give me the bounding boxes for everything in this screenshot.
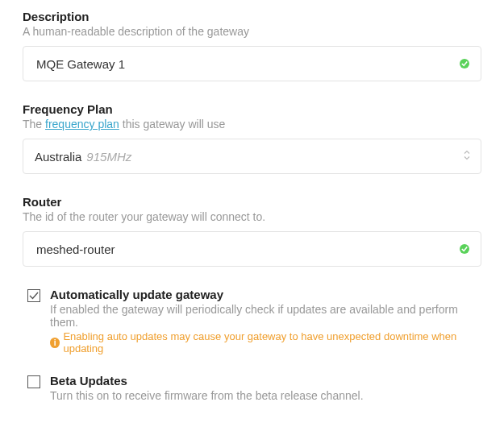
frequency-plan-help: The frequency plan this gateway will use: [23, 118, 481, 131]
router-help: The id of the router your gateway will c…: [23, 210, 481, 223]
beta-updates-label: Beta Updates: [50, 374, 481, 388]
description-input-wrap: [23, 46, 481, 81]
frequency-plan-select[interactable]: Australia 915MHz: [23, 139, 481, 174]
help-text-suffix: this gateway will use: [119, 118, 226, 131]
description-label: Description: [23, 10, 481, 23]
warning-text: Enabling auto updates may cause your gat…: [63, 330, 481, 354]
svg-rect-0: [28, 290, 40, 302]
router-input-wrap: [23, 231, 481, 267]
updown-caret-icon: [463, 150, 471, 164]
auto-update-content: Automatically update gateway If enabled …: [50, 288, 481, 354]
info-circle-icon: i: [50, 338, 60, 348]
beta-updates-row: Beta Updates Turn this on to receive fir…: [27, 374, 481, 402]
select-frequency: 915MHz: [86, 150, 131, 164]
router-field: Router The id of the router your gateway…: [23, 195, 481, 267]
checkbox-checked-icon[interactable]: [27, 289, 40, 302]
auto-update-help: If enabled the gateway will periodically…: [50, 303, 481, 329]
checkbox-unchecked-icon[interactable]: [27, 375, 40, 388]
beta-updates-content: Beta Updates Turn this on to receive fir…: [50, 374, 481, 402]
beta-updates-help: Turn this on to receive firmware from th…: [50, 389, 481, 402]
frequency-plan-link[interactable]: frequency plan: [45, 118, 119, 131]
check-circle-icon: [460, 244, 469, 254]
description-help: A human-readable description of the gate…: [23, 25, 481, 38]
svg-rect-1: [28, 376, 40, 388]
check-circle-icon: [460, 59, 469, 68]
description-input[interactable]: [35, 56, 469, 72]
frequency-plan-label: Frequency Plan: [23, 102, 481, 116]
select-country: Australia: [35, 150, 81, 164]
description-field: Description A human-readable description…: [23, 10, 481, 81]
auto-update-row: Automatically update gateway If enabled …: [27, 288, 481, 354]
auto-update-label: Automatically update gateway: [50, 288, 481, 301]
router-label: Router: [23, 195, 481, 209]
help-text-prefix: The: [23, 118, 45, 131]
auto-update-warning: i Enabling auto updates may cause your g…: [50, 330, 481, 354]
router-input[interactable]: [35, 242, 469, 257]
frequency-plan-field: Frequency Plan The frequency plan this g…: [23, 102, 481, 174]
